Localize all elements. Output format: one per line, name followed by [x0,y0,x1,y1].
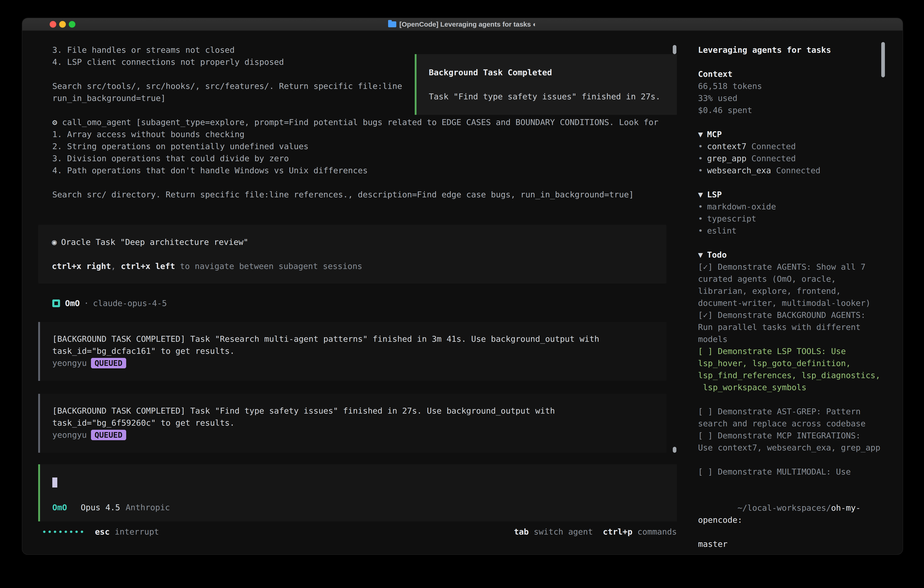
agent-name: OmO [65,297,80,309]
mcp-item: •websearch_exaConnected [698,164,881,177]
omo-agent-icon [52,299,60,307]
mcp-section-heading[interactable]: ▼MCP [698,128,881,140]
hint-separator: , [111,261,121,271]
gear-icon: ⚙ [52,117,57,127]
message-text: [BACKGROUND TASK COMPLETED] Task "Resear… [52,333,654,357]
session-title: Leveraging agents for tasks [698,44,881,56]
main-scrollbar-thumb[interactable] [673,45,676,54]
keybind-ctrl-x-left: ctrl+x left [121,261,175,271]
tool-call-line: ⚙ call_omo_agent [subagent_type=explore,… [52,116,688,128]
toast-body: Task "Find type safety issues" finished … [429,91,665,102]
todo-section-heading[interactable]: ▼Todo [698,249,881,261]
status-badge: QUEUED [91,430,126,440]
workspace-path-prefix: ~/local-workspaces/ [738,503,831,512]
app-window: [OpenCode] Leveraging agents for tasks ◐… [22,18,903,555]
subagent-nav-hint: ctrl+x right, ctrl+x left to navigate be… [52,260,653,272]
mcp-item: •grep_appConnected [698,152,881,164]
context-spent: $0.46 spent [698,104,881,116]
keybind-ctrl-x-right: ctrl+x right [52,261,111,271]
folder-icon [388,21,396,27]
status-bar: ∙∙∙∙∙∙∙∙ esc interrupt tab switch agent … [42,526,677,538]
todo-heading-label: Todo [707,250,727,259]
lsp-section: ▼LSP •markdown-oxide •typescript •eslint [698,188,881,237]
lsp-item: •eslint [698,225,881,237]
background-task-message[interactable]: [BACKGROUND TASK COMPLETED] Task "Find t… [38,394,667,453]
mcp-item: •context7Connected [698,140,881,152]
keybind-ctrl-p-label: commands [637,527,677,537]
lsp-item: •markdown-oxide [698,201,881,213]
zoom-window-button[interactable] [69,21,76,28]
todo-section: ▼Todo [✓] Demonstrate AGENTS: Show all 7… [698,249,881,478]
bullet-icon: • [698,166,703,175]
provider-label: Anthropic [125,501,170,514]
message-meta: yeongyu QUEUED [52,357,654,369]
minimize-window-button[interactable] [59,21,66,28]
keybind-ctrl-p: ctrl+p [603,527,632,537]
prompt-input[interactable]: OmO Opus 4.5 Anthropic [38,464,677,521]
todo-item: [ ] Demonstrate MCP INTEGRATIONS: Use co… [698,429,881,454]
chevron-down-icon: ▼ [698,190,703,199]
sidebar-scrollbar-thumb[interactable] [881,42,885,77]
main-scrollbar-thumb[interactable] [673,447,676,453]
input-meta-row: OmO Opus 4.5 Anthropic [52,501,665,514]
todo-item: [✓] Demonstrate BACKGROUND AGENTS: Run p… [698,309,881,345]
terminal-main-pane: 3. File handles or streams not closed 4.… [22,31,688,555]
terminal-line: 1. Array access without bounds checking [52,128,688,140]
workspace-branch: master [698,538,881,550]
agent-model: claude-opus-4-5 [93,297,167,309]
window-titlebar: [OpenCode] Leveraging agents for tasks ◐ [22,18,903,31]
agent-separator: · [84,297,89,309]
context-used: 33% used [698,92,881,104]
terminal-line: Search src/ directory. Return specific f… [52,188,688,201]
mcp-name: grep_app [707,154,746,163]
context-section: Context 66,518 tokens 33% used $0.46 spe… [698,68,881,116]
chevron-down-icon: ▼ [698,130,703,139]
blank-line [38,177,688,188]
window-controls [50,21,76,28]
mcp-name: websearch_exa [707,166,771,175]
lsp-heading-label: LSP [707,190,722,199]
status-bar-right: tab switch agent ctrl+p commands [514,527,677,537]
context-heading: Context [698,68,881,80]
keybind-esc-label: interrupt [115,527,159,537]
bullet-icon: • [698,142,703,151]
message-meta: yeongyu QUEUED [52,429,654,441]
lsp-section-heading[interactable]: ▼LSP [698,188,881,201]
context-tokens: 66,518 tokens [698,80,881,92]
oracle-task-panel[interactable]: ◉Oracle Task "Deep architecture review" … [38,225,667,284]
todo-item: [ ] Demonstrate MULTIMODAL: Use [698,466,881,478]
terminal-line: 2. String operations on potentially unde… [52,140,688,152]
todo-item: [ ] Demonstrate LSP TOOLS: Use lsp_hover… [698,345,881,393]
spinner-dots: ∙∙∙∙∙∙∙∙ [42,527,85,537]
lsp-name: markdown-oxide [707,202,776,211]
bullet-icon: • [698,214,703,223]
message-author: yeongyu [52,357,87,369]
bullet-icon: • [698,226,703,235]
agent-session-header[interactable]: OmO · claude-opus-4-5 [52,297,688,309]
oracle-icon: ◉ [52,237,57,247]
message-text: [BACKGROUND TASK COMPLETED] Task "Find t… [52,405,654,429]
background-task-message[interactable]: [BACKGROUND TASK COMPLETED] Task "Resear… [38,322,667,381]
hint-text: to navigate between subagent sessions [175,261,362,271]
bullet-icon: • [698,154,703,163]
close-window-button[interactable] [50,21,56,28]
mcp-status: Connected [751,142,796,151]
terminal-line: 3. Division operations that could divide… [52,152,688,164]
session-sidebar: Leveraging agents for tasks Context 66,5… [688,31,903,555]
todo-item: [ ] Demonstrate AST-GREP: Pattern search… [698,405,881,429]
lsp-name: eslint [707,226,737,235]
lsp-item: •typescript [698,213,881,225]
mcp-status: Connected [776,166,820,175]
window-title-text: [OpenCode] Leveraging agents for tasks ◐ [399,20,537,28]
tool-call-text: call_omo_agent [subagent_type=explore, p… [57,117,658,127]
todo-item: [✓] Demonstrate AGENTS: Show all 7 curat… [698,261,881,309]
chevron-down-icon: ▼ [698,250,703,259]
lsp-name: typescript [707,214,756,223]
oracle-task-title: Oracle Task "Deep architecture review" [61,237,249,247]
notification-toast[interactable]: Background Task Completed Task "Find typ… [415,54,677,115]
window-title: [OpenCode] Leveraging agents for tasks ◐ [388,20,537,28]
mcp-section: ▼MCP •context7Connected •grep_appConnect… [698,128,881,177]
keybind-esc: esc [95,527,110,537]
bullet-icon: • [698,202,703,211]
oracle-task-title-row: ◉Oracle Task "Deep architecture review" [52,236,653,248]
